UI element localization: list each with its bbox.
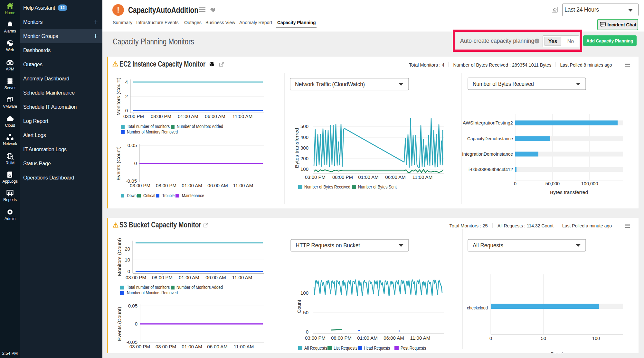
svg-text:S3 Bucket Capacity Monitor: S3 Bucket Capacity Monitor (119, 221, 201, 229)
svg-text:Number of Bytes Sent: Number of Bytes Sent (358, 184, 397, 189)
svg-text:i-0d5338953b9c4f412: i-0d5338953b9c4f412 (469, 167, 513, 172)
svg-text:Number of Monitors Added: Number of Monitors Added (177, 124, 223, 129)
svg-text:100: 100 (300, 290, 308, 296)
svg-text:11:00 AM: 11:00 AM (234, 344, 254, 349)
svg-text:10: 10 (125, 257, 130, 262)
svg-text:03:00 PM: 03:00 PM (126, 275, 146, 280)
svg-text:03:00 PM: 03:00 PM (123, 114, 144, 119)
svg-text:08:00 PM: 08:00 PM (156, 183, 176, 188)
svg-text:Head Requests: Head Requests (364, 345, 390, 351)
svg-text:100,000: 100,000 (581, 181, 598, 186)
svg-text:Trouble: Trouble (162, 193, 175, 198)
svg-text:Maintenance: Maintenance (182, 193, 204, 198)
svg-text:01:00 AM: 01:00 AM (357, 335, 377, 341)
svg-text:200: 200 (300, 156, 308, 161)
svg-text:11:00 AM: 11:00 AM (412, 174, 432, 180)
svg-text:Total number of monitors: Total number of monitors (127, 284, 170, 290)
svg-text:Number of Bytes Received: Number of Bytes Received (304, 184, 350, 189)
svg-text:Events (Count): Events (Count) (117, 307, 122, 341)
svg-text:0: 0 (128, 269, 130, 274)
svg-text:All Requests: All Requests (473, 242, 503, 249)
svg-text:06:00 AM: 06:00 AM (207, 183, 228, 188)
svg-text:Count: Count (296, 299, 302, 313)
svg-text:Bytes transferred: Bytes transferred (294, 128, 299, 168)
svg-text:06:00 AM: 06:00 AM (207, 344, 227, 349)
svg-text:08:00 PM: 08:00 PM (151, 114, 171, 119)
svg-text:Post Requests: Post Requests (401, 345, 426, 351)
svg-text:0: 0 (135, 321, 137, 326)
svg-text:Number of Bytes Received: Number of Bytes Received (473, 81, 534, 87)
svg-text:01:00 AM: 01:00 AM (182, 183, 202, 188)
svg-text:Number of Monitors Removed: Number of Monitors Removed (127, 290, 178, 295)
svg-text:CapacityDemoInstance: CapacityDemoInstance (467, 136, 513, 141)
svg-text:50: 50 (541, 336, 546, 341)
svg-text:0: 0 (489, 336, 492, 341)
svg-text:01:00 AM: 01:00 AM (178, 114, 198, 119)
svg-text:11:00 AM: 11:00 AM (410, 335, 430, 341)
svg-text:Total Monitors : 4: Total Monitors : 4 (409, 62, 444, 68)
svg-text:HTTP Requests on Bucket: HTTP Requests on Bucket (296, 242, 360, 249)
svg-text:IntegrationDemoInstance: IntegrationDemoInstance (462, 151, 513, 157)
svg-text:08:00 PM: 08:00 PM (332, 174, 353, 180)
svg-text:0: 0 (306, 329, 308, 335)
svg-text:01:00 AM: 01:00 AM (179, 275, 199, 280)
svg-text:50,000: 50,000 (545, 181, 560, 186)
svg-text:4: 4 (125, 79, 128, 85)
svg-text:01:00 AM: 01:00 AM (358, 174, 378, 180)
svg-text:AWSIntegrationTesting2: AWSIntegrationTesting2 (463, 120, 513, 125)
svg-text:Bytes transferred: Bytes transferred (550, 189, 588, 195)
svg-text:100: 100 (300, 166, 308, 172)
svg-text:Monitors (Count): Monitors (Count) (117, 238, 122, 276)
svg-text:checkcloud: checkcloud (467, 305, 488, 310)
svg-text:06:00 AM: 06:00 AM (205, 275, 226, 280)
svg-text:Down: Down (127, 193, 137, 198)
svg-text:Count: Count (550, 351, 564, 353)
svg-text:Total number of monitors: Total number of monitors (127, 124, 170, 129)
svg-text:06:00 AM: 06:00 AM (385, 174, 405, 180)
svg-text:20: 20 (125, 246, 130, 252)
svg-text:Number of Monitors Removed: Number of Monitors Removed (127, 129, 178, 134)
svg-text:08:00 PM: 08:00 PM (152, 275, 173, 280)
svg-text:List Requests: List Requests (334, 345, 357, 351)
svg-text:01:00 AM: 01:00 AM (182, 344, 202, 349)
svg-text:0.05: 0.05 (128, 142, 137, 148)
svg-text:50: 50 (303, 310, 308, 315)
svg-text:03:00 PM: 03:00 PM (130, 183, 150, 188)
svg-text:08:00 PM: 08:00 PM (156, 344, 176, 349)
svg-text:11:00 AM: 11:00 AM (232, 275, 252, 280)
svg-text:500: 500 (300, 124, 308, 129)
svg-text:2: 2 (125, 94, 128, 99)
svg-text:0: 0 (134, 161, 137, 166)
svg-text:0: 0 (514, 181, 516, 186)
svg-text:06:00 AM: 06:00 AM (205, 114, 225, 119)
svg-text:Monitors (Count): Monitors (Count) (116, 78, 121, 115)
svg-text:Last Polled a minute ago: Last Polled a minute ago (562, 223, 612, 228)
svg-text:All Requests: All Requests (304, 345, 327, 351)
svg-text:Number of Bytes Received : 289: Number of Bytes Received : 289354.1011 B… (453, 62, 552, 68)
svg-text:11:00 AM: 11:00 AM (232, 114, 252, 119)
svg-text:03:00 PM: 03:00 PM (129, 344, 150, 349)
svg-text:08:00 PM: 08:00 PM (331, 335, 352, 341)
svg-text:100: 100 (592, 336, 600, 341)
svg-text:EC2 Instance Capacity Monitor: EC2 Instance Capacity Monitor (119, 60, 205, 68)
svg-text:Number of Monitors Added: Number of Monitors Added (176, 284, 223, 290)
svg-text:Total Monitors : 25: Total Monitors : 25 (450, 223, 488, 228)
svg-text:Network Traffic (CloudWatch): Network Traffic (CloudWatch) (295, 81, 365, 87)
svg-text:400: 400 (300, 134, 308, 140)
svg-text:All Requests : 114.32 Count: All Requests : 114.32 Count (497, 223, 554, 228)
svg-text:11:00 AM: 11:00 AM (233, 183, 253, 188)
svg-text:0: 0 (125, 108, 128, 113)
svg-text:03:00 PM: 03:00 PM (305, 174, 326, 180)
svg-text:06:00 AM: 06:00 AM (384, 335, 404, 341)
svg-text:300: 300 (300, 145, 308, 151)
svg-text:Events (Count): Events (Count) (116, 146, 121, 180)
svg-text:03:00 PM: 03:00 PM (305, 335, 326, 341)
svg-text:Critical: Critical (143, 193, 155, 198)
svg-text:0.05: 0.05 (128, 303, 137, 308)
svg-text:Last Polled 8 minutes ago: Last Polled 8 minutes ago (560, 62, 612, 68)
